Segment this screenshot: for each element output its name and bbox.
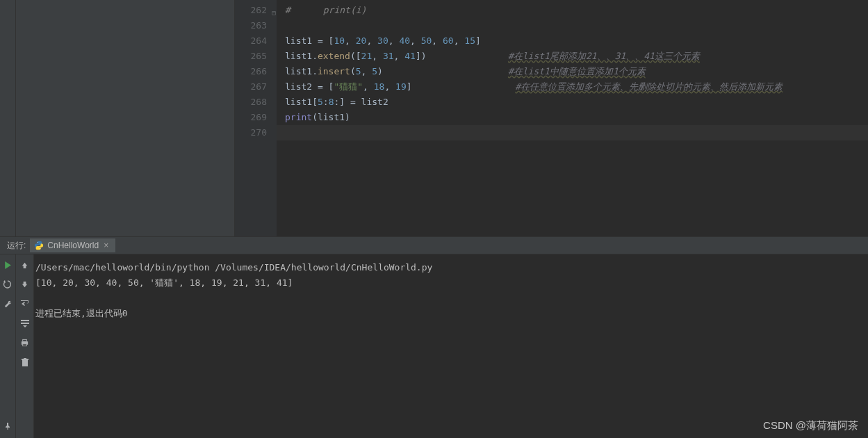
code-line: # print(i)	[277, 3, 868, 18]
line-number: 265	[235, 49, 277, 64]
line-number: 262	[251, 5, 267, 15]
python-icon	[34, 241, 44, 250]
down-icon[interactable]	[19, 278, 31, 291]
run-tab-label: CnHelloWorld	[47, 241, 99, 250]
code-line: list1.extend([21, 31, 41]) #在list1尾部添加21…	[277, 49, 868, 64]
console-line: /Users/mac/helloworld/bin/python /Volume…	[35, 260, 867, 275]
close-icon[interactable]: ×	[104, 241, 108, 250]
line-number: 263	[235, 18, 277, 33]
scroll-to-end-icon[interactable]	[19, 317, 31, 330]
run-tab[interactable]: CnHelloWorld ×	[30, 238, 115, 252]
line-number: 270	[235, 125, 277, 140]
watermark: CSDN @薄荷猫阿茶	[763, 419, 858, 432]
console-line: 进程已结束,退出代码0	[35, 306, 867, 321]
svg-rect-2	[21, 320, 29, 321]
line-number: 269	[235, 110, 277, 125]
code-line: list1[5:8:] = list2	[277, 95, 868, 110]
line-number: 266	[235, 64, 277, 79]
svg-rect-8	[22, 359, 28, 360]
code-line: list1.insert(5, 5) #在list1中随意位置添加1个元素	[277, 64, 868, 79]
run-header: 运行: CnHelloWorld ×	[0, 237, 868, 254]
svg-point-1	[40, 248, 41, 249]
code-line	[277, 18, 868, 33]
run-toolbar-1	[0, 254, 16, 438]
line-gutter: 262⊟ 263 264 265 266 267 268 269 270	[235, 0, 277, 236]
svg-rect-6	[23, 344, 27, 346]
code-editor[interactable]: # print(i) list1 = [10, 20, 30, 40, 50, …	[277, 0, 868, 236]
rerun-button[interactable]	[1, 259, 14, 271]
code-line: list2 = ["猫猫", 18, 19] #在任意位置添加多个元素、先删除处…	[277, 79, 868, 95]
project-panel	[16, 0, 235, 236]
console-output[interactable]: /Users/mac/helloworld/bin/python /Volume…	[34, 254, 868, 438]
svg-rect-3	[21, 323, 29, 324]
run-panel: 运行: CnHelloWorld ×	[0, 236, 868, 438]
code-line: list1 = [10, 20, 30, 40, 50, 60, 15]	[277, 33, 868, 49]
line-number: 267	[235, 79, 277, 95]
pin-icon[interactable]	[1, 420, 14, 432]
svg-rect-7	[22, 360, 28, 366]
left-gutter	[0, 0, 16, 236]
line-number: 268	[235, 95, 277, 110]
run-toolbar-2	[16, 254, 34, 438]
soft-wrap-icon[interactable]	[19, 298, 31, 310]
svg-point-0	[38, 242, 38, 243]
svg-rect-5	[23, 339, 27, 341]
svg-rect-9	[24, 358, 26, 359]
up-icon[interactable]	[19, 259, 31, 271]
console-line: [10, 20, 30, 40, 50, '猫猫', 18, 19, 21, 3…	[35, 275, 867, 291]
print-icon[interactable]	[19, 336, 31, 349]
stop-button[interactable]	[1, 278, 14, 291]
code-line	[277, 125, 868, 140]
trash-icon[interactable]	[19, 356, 31, 368]
line-number: 264	[235, 33, 277, 49]
code-line: print(list1)	[277, 110, 868, 125]
wrench-icon[interactable]	[1, 298, 14, 310]
run-label: 运行:	[3, 240, 30, 252]
